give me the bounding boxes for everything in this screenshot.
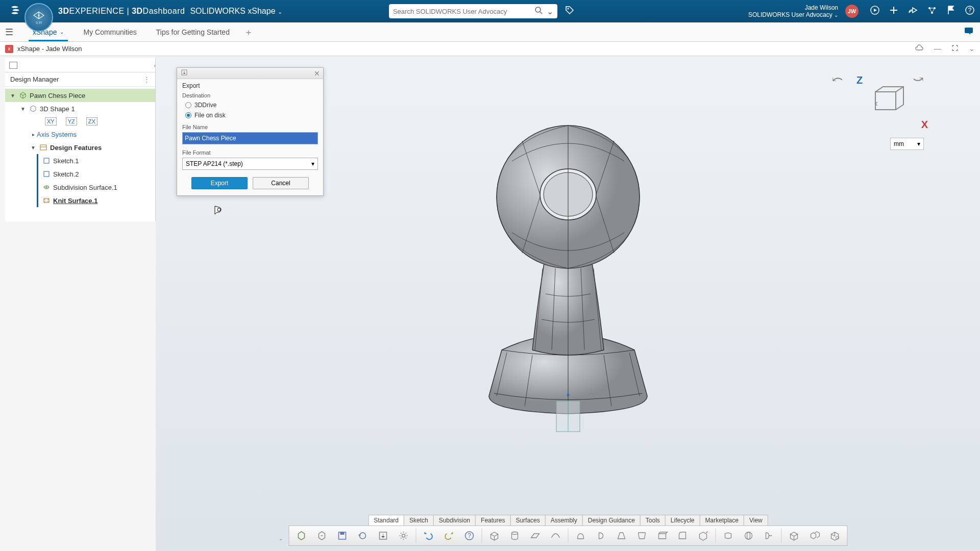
dialog-titlebar[interactable]: ✕ (177, 68, 323, 79)
tab-tips[interactable]: Tips for Getting Started (147, 22, 239, 41)
help-icon[interactable]: ? (965, 5, 975, 18)
radio-file-on-disk[interactable]: File on disk (185, 112, 318, 119)
collapse-icon[interactable]: ▼ (30, 145, 37, 151)
help-icon[interactable]: ? (460, 527, 478, 544)
surface-icon[interactable] (546, 527, 565, 544)
expand-icon[interactable]: ▸ (30, 132, 37, 137)
open-icon[interactable] (312, 527, 331, 544)
share-icon[interactable] (908, 6, 918, 17)
redo-icon[interactable] (439, 527, 458, 544)
svg-point-4 (567, 8, 569, 10)
search-dropdown-icon[interactable]: ⌄ (547, 7, 553, 16)
chevron-down-icon: ▾ (917, 140, 920, 147)
ds-logo-icon[interactable] (9, 4, 21, 18)
box-primitive-icon[interactable] (485, 527, 503, 544)
sweep-icon[interactable] (612, 527, 630, 544)
refresh-icon[interactable] (353, 527, 372, 544)
unit-select[interactable]: mm▾ (890, 138, 924, 150)
app-name[interactable]: SOLIDWORKS xShape⌄ (190, 7, 282, 16)
btab-marketplace[interactable]: Marketplace (700, 515, 744, 525)
flag-icon[interactable] (946, 5, 955, 18)
add-tab-icon[interactable]: ＋ (244, 26, 253, 38)
tree-view-icon[interactable] (9, 62, 17, 69)
btab-assembly[interactable]: Assembly (545, 515, 583, 525)
rotate-right-icon[interactable]: ⤻ (913, 71, 924, 87)
tree-feature-item[interactable]: Knit Surface.1 (5, 194, 155, 207)
plus-icon[interactable] (889, 6, 898, 17)
plane-primitive-icon[interactable] (526, 527, 544, 544)
network-icon[interactable] (927, 6, 937, 17)
btab-tools[interactable]: Tools (640, 515, 666, 525)
export-icon[interactable] (374, 527, 392, 544)
view-cube[interactable]: ⤺ ⤻ Z X (832, 71, 924, 128)
dialog-title: Export (182, 82, 318, 89)
collapse-icon[interactable]: ▼ (9, 93, 16, 98)
xy-plane-icon[interactable]: XY (45, 117, 57, 126)
btab-subdivision[interactable]: Subdivision (433, 515, 476, 525)
cloud-icon[interactable] (915, 44, 924, 53)
tree-root[interactable]: ▼ Pawn Chess Piece (5, 89, 155, 102)
collapse-icon[interactable]: ▼ (19, 106, 27, 112)
revolve-icon[interactable] (592, 527, 610, 544)
close-icon[interactable]: ✕ (314, 69, 320, 78)
save-icon[interactable] (333, 527, 351, 544)
cancel-button[interactable]: Cancel (253, 177, 309, 189)
cube-icon[interactable] (868, 82, 909, 117)
tree-feature-item[interactable]: Sketch.1 (5, 154, 155, 167)
tree-shape[interactable]: ▼ 3D Shape 1 (5, 102, 155, 115)
home-icon[interactable] (870, 5, 880, 18)
tag-icon[interactable] (565, 5, 575, 17)
assembly-icon[interactable] (805, 527, 823, 544)
toolbar-expand-icon[interactable]: ⌄ (279, 536, 283, 541)
thicken-icon[interactable] (739, 527, 757, 544)
search-input[interactable] (393, 8, 534, 15)
radio-icon (185, 112, 191, 118)
cylinder-primitive-icon[interactable] (505, 527, 524, 544)
extrude-icon[interactable] (571, 527, 590, 544)
radio-3ddrive[interactable]: 3DDrive (185, 102, 318, 109)
tree-features[interactable]: ▼ Design Features (5, 141, 155, 154)
shell-icon[interactable] (653, 527, 671, 544)
tree-feature-item[interactable]: Subdivision Surface.1 (5, 181, 155, 194)
compass-button[interactable]: V.R (24, 3, 53, 32)
tree-header: Design Manager ⋮ (5, 72, 155, 87)
btab-standard[interactable]: Standard (368, 515, 404, 525)
btab-design-guidance[interactable]: Design Guidance (582, 515, 641, 525)
rotate-left-icon[interactable]: ⤺ (832, 71, 843, 87)
knit-icon[interactable] (719, 527, 737, 544)
btab-features[interactable]: Features (475, 515, 510, 525)
search-icon[interactable] (534, 6, 543, 16)
search-box[interactable]: ⌄ (389, 4, 557, 18)
tree-feature-item[interactable]: Sketch.2 (5, 167, 155, 181)
yz-plane-icon[interactable]: YZ (66, 117, 77, 126)
export-button[interactable]: Export (191, 177, 248, 189)
new-icon[interactable] (292, 527, 310, 544)
tab-communities[interactable]: My Communities (74, 22, 145, 41)
undo-icon[interactable] (419, 527, 437, 544)
plane-icons[interactable]: XY YZ ZX (5, 115, 155, 128)
expand-icon[interactable]: ⌄ (969, 44, 975, 53)
settings-icon[interactable] (394, 527, 412, 544)
format-select[interactable]: STEP AP214 (*.step) ▾ (182, 158, 318, 170)
btab-sketch[interactable]: Sketch (404, 515, 434, 525)
view-icon[interactable] (825, 527, 844, 544)
pattern-icon[interactable] (694, 527, 712, 544)
loft-icon[interactable] (632, 527, 651, 544)
zx-plane-icon[interactable]: ZX (86, 117, 97, 126)
btab-lifecycle[interactable]: Lifecycle (665, 515, 700, 525)
chat-icon[interactable] (964, 27, 974, 38)
panel-toggle-icon[interactable]: ‹ (875, 98, 878, 109)
minimize-icon[interactable]: — (934, 44, 941, 53)
btab-surfaces[interactable]: Surfaces (510, 515, 545, 525)
cube-icon[interactable] (785, 527, 803, 544)
btab-view[interactable]: View (744, 515, 768, 525)
more-icon[interactable]: ⋮ (143, 76, 150, 83)
hamburger-icon[interactable]: ☰ (5, 27, 13, 38)
filename-input[interactable] (182, 132, 318, 144)
fillet-icon[interactable] (673, 527, 692, 544)
avatar[interactable]: JW (845, 5, 859, 18)
maximize-icon[interactable] (951, 44, 959, 53)
user-info[interactable]: Jade Wilson SOLIDWORKS User Advocacy ⌄ (748, 4, 838, 19)
tree-axis[interactable]: ▸ Axis Systems (5, 128, 155, 141)
trim-icon[interactable] (760, 527, 778, 544)
